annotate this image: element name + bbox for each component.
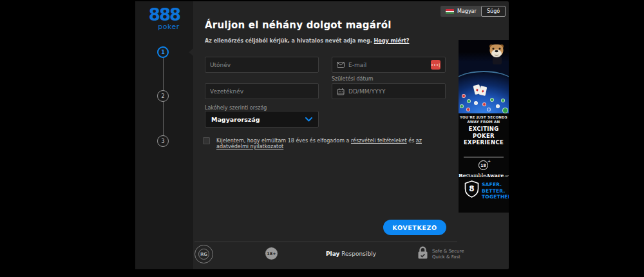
gambleaware-plus: + <box>488 158 491 163</box>
dob-label: Születési dátum <box>332 76 373 82</box>
hungary-flag-icon <box>446 9 454 14</box>
poker-chip <box>482 102 486 106</box>
888poker-logo: 888 poker <box>135 6 193 30</box>
motto-line-2: BETTER. <box>482 188 509 195</box>
country-value: Magyarország <box>211 116 305 123</box>
lock-icon <box>417 246 428 262</box>
headline-line-2: POKER <box>459 133 509 140</box>
language-label: Magyar <box>457 8 477 14</box>
bga-be: Be <box>459 172 466 178</box>
safe-line-2: Quick & Fast <box>432 254 464 260</box>
help-label: Súgó <box>487 8 500 14</box>
safe-secure-text: Safe & Secure Quick & Fast <box>432 249 464 260</box>
poker-table-image: ♦ ♦ <box>459 40 509 113</box>
dob-field[interactable] <box>332 83 446 99</box>
poker-chip <box>474 101 478 105</box>
first-name-input[interactable] <box>210 62 314 68</box>
poker-chip <box>467 99 471 103</box>
poker-chip <box>490 98 494 102</box>
play-responsibly-text: Play Responsibly <box>309 251 393 257</box>
page: 888 poker 1 2 3 Magyar Súgó Áruljon el n… <box>0 0 644 277</box>
registration-window: 888 poker 1 2 3 Magyar Súgó Áruljon el n… <box>135 1 509 269</box>
poker-chip <box>460 104 464 108</box>
chevron-down-icon <box>305 117 312 122</box>
poker-chip <box>496 104 500 108</box>
headline-line-3: EXPERIENCE <box>459 139 509 146</box>
stepper-step-3[interactable]: 3 <box>157 135 169 147</box>
active-step-pointer <box>189 48 193 56</box>
headline-line-1: EXCITING <box>459 126 509 133</box>
country-select[interactable]: Magyarország <box>205 111 319 128</box>
calendar-icon <box>337 88 345 95</box>
dob-input[interactable] <box>348 88 440 95</box>
promo-banner[interactable]: ♦ ♦ YOU'RE JUST SECONDS AWAY FROM AN EXC… <box>459 40 509 213</box>
terms-checkbox[interactable] <box>203 137 210 144</box>
banner-tagline: YOU'RE JUST SECONDS AWAY FROM AN <box>459 115 509 124</box>
shield-8-icon: 8 <box>464 180 479 200</box>
banner-motto: SAFER. BETTER. TOGETHER. <box>482 182 509 200</box>
banner-headline: EXCITING POKER EXPERIENCE <box>459 126 509 146</box>
rg-label: RG <box>198 249 209 260</box>
safe-line-1: Safe & Secure <box>432 249 464 254</box>
responsible-gaming-badge: RG <box>194 245 213 263</box>
next-button[interactable]: KÖVETKEZŐ <box>383 220 446 235</box>
terms-part-1: Kijelentem, hogy elmúltam 18 éves és elf… <box>216 138 351 144</box>
why-link[interactable]: Hogy miért? <box>374 38 410 44</box>
last-name-field[interactable] <box>205 83 319 99</box>
last-name-input[interactable] <box>210 88 314 95</box>
poker-chip <box>462 94 466 98</box>
gambleaware-18-icon: 18 <box>478 160 488 170</box>
email-input[interactable] <box>348 62 427 68</box>
subtitle-text: Az ellenőrzés céljából kérjük, a hivatal… <box>205 38 374 44</box>
age-18-badge: 18+ <box>265 247 278 260</box>
table-rim-glow <box>459 71 509 100</box>
terms-part-2: és <box>407 138 416 144</box>
language-selector[interactable]: Magyar <box>440 6 482 17</box>
footer-divider <box>194 242 457 242</box>
stepper-step-2[interactable]: 2 <box>157 90 169 102</box>
poker-chip <box>487 108 491 111</box>
play-rest: Responsibly <box>339 251 376 257</box>
tagline-line-2: AWAY FROM AN <box>459 120 509 124</box>
logo-888: 888 <box>135 6 193 23</box>
email-field[interactable]: •••| <box>332 57 446 73</box>
poker-chip <box>466 108 470 111</box>
autofill-extension-icon[interactable]: •••| <box>431 60 440 70</box>
poker-chip <box>501 99 505 102</box>
play-bold: Play <box>326 251 339 257</box>
terms-link[interactable]: részvételi feltételeket <box>351 138 407 144</box>
bga-org: .org <box>504 174 509 178</box>
sidebar: 888 poker 1 2 3 <box>135 1 193 269</box>
banner-divider <box>464 157 504 158</box>
poker-chip <box>502 108 508 113</box>
motto-line-3: TOGETHER. <box>482 194 509 200</box>
terms-text: Kijelentem, hogy elmúltam 18 éves és elf… <box>216 138 448 149</box>
svg-text:8: 8 <box>469 184 474 193</box>
bga-aware: Aware <box>486 172 504 178</box>
envelope-icon <box>337 62 345 68</box>
country-label: Lakóhely szerinti ország <box>205 105 267 111</box>
bulldog-mascot-icon <box>488 41 506 64</box>
motto-line-1: SAFER. <box>482 182 509 188</box>
stepper-step-1[interactable]: 1 <box>157 46 169 58</box>
first-name-field[interactable] <box>205 57 319 73</box>
bga-gamble: Gamble <box>466 173 486 178</box>
tagline-line-1: YOU'RE JUST SECONDS <box>459 115 509 120</box>
help-button[interactable]: Súgó <box>481 6 506 17</box>
page-subtitle: Az ellenőrzés céljából kérjük, a hivatal… <box>205 38 409 44</box>
page-title: Áruljon el néhány dolgot magáról <box>205 19 392 31</box>
begambleaware-logo: BeGambleAware.org® <box>459 172 509 178</box>
